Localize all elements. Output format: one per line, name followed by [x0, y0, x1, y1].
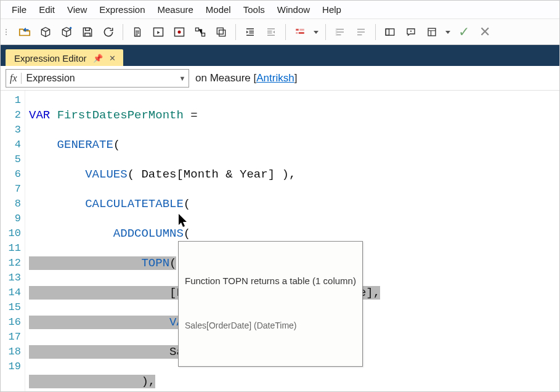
menu-measure[interactable]: Measure	[151, 2, 199, 17]
svg-rect-10	[299, 32, 304, 34]
cancel-icon[interactable]: ✕	[476, 23, 494, 41]
menu-edit[interactable]: Edit	[33, 2, 61, 17]
code-editor[interactable]: 12345678910111213141516171819 VAR FirstD…	[1, 91, 559, 391]
menu-tools[interactable]: Tools	[237, 2, 271, 17]
script-record-icon[interactable]	[170, 23, 189, 41]
panel-icon[interactable]	[381, 23, 399, 41]
svg-rect-7	[296, 28, 299, 30]
dropdown-arrow-icon[interactable]	[312, 23, 320, 41]
pin-icon[interactable]: 📌	[93, 54, 103, 63]
context-bar: fx Expression ▼ on Measure [Antriksh]	[1, 66, 559, 91]
toolbar-separator	[375, 24, 376, 40]
messages-icon[interactable]	[402, 23, 420, 41]
toolbar-separator	[285, 24, 286, 40]
cube-icon[interactable]	[36, 23, 55, 41]
toolbar: ✓ ✕	[1, 19, 559, 45]
menu-help[interactable]: Help	[316, 2, 347, 17]
svg-rect-15	[428, 28, 436, 36]
svg-rect-8	[299, 28, 304, 30]
toolbar-gripper[interactable]	[4, 29, 12, 35]
toolbar-separator	[325, 24, 326, 40]
menu-window[interactable]: Window	[271, 2, 316, 17]
accept-icon[interactable]: ✓	[455, 23, 473, 41]
svg-rect-5	[217, 28, 223, 34]
code-area[interactable]: VAR FirstDatesPerMonth = GENERATE( VALUE…	[25, 91, 559, 391]
save-icon[interactable]	[78, 23, 97, 41]
tooltip-line2: Sales[OrderDate] (DateTime)	[185, 318, 356, 333]
outdent-icon[interactable]	[262, 23, 280, 41]
svg-point-14	[410, 30, 412, 31]
mouse-cursor	[177, 213, 190, 229]
fx-icon: fx	[6, 73, 22, 84]
properties-icon[interactable]	[423, 23, 441, 41]
expression-type-combo[interactable]: fx Expression ▼	[6, 69, 189, 88]
svg-rect-6	[219, 30, 225, 36]
svg-point-2	[178, 30, 181, 33]
line-gutter: 12345678910111213141516171819	[1, 91, 25, 391]
document-icon[interactable]	[128, 23, 147, 41]
comment-icon[interactable]	[331, 23, 349, 41]
toolbar-separator	[123, 24, 123, 40]
format-icon[interactable]	[291, 23, 309, 41]
close-icon[interactable]: ✕	[109, 54, 116, 63]
intellisense-tooltip: Function TOPN returns a table (1 column)…	[178, 241, 363, 367]
layers-icon[interactable]	[212, 23, 230, 41]
chevron-down-icon[interactable]: ▼	[176, 75, 189, 82]
dependency-icon[interactable]	[191, 23, 209, 41]
uncomment-icon[interactable]	[352, 23, 370, 41]
tab-title: Expression Editor	[14, 53, 87, 63]
tab-bar: Expression Editor 📌 ✕	[1, 45, 559, 66]
svg-rect-4	[202, 33, 205, 36]
menu-expression[interactable]: Expression	[93, 2, 151, 17]
svg-rect-13	[386, 28, 389, 35]
deploy-icon[interactable]	[57, 23, 76, 41]
context-label: on Measure [Antriksh]	[195, 72, 297, 84]
svg-rect-3	[196, 28, 199, 31]
refresh-icon[interactable]	[99, 23, 118, 41]
open-folder-icon[interactable]	[15, 23, 34, 41]
menu-model[interactable]: Model	[200, 2, 237, 17]
indent-icon[interactable]	[241, 23, 259, 41]
expression-type-value: Expression	[22, 73, 176, 84]
menu-file[interactable]: File	[6, 2, 33, 17]
toolbar-separator	[235, 24, 236, 40]
svg-rect-11	[336, 28, 338, 36]
tab-expression-editor[interactable]: Expression Editor 📌 ✕	[6, 49, 123, 66]
script-run-icon[interactable]	[149, 23, 168, 41]
svg-rect-9	[296, 32, 298, 34]
svg-rect-12	[386, 28, 394, 35]
menu-bar: File Edit View Expression Measure Model …	[1, 1, 559, 19]
measure-link[interactable]: Antriksh	[256, 72, 294, 84]
dropdown-arrow-icon[interactable]	[444, 23, 452, 41]
tooltip-line1: Function TOPN returns a table (1 column)	[185, 274, 356, 288]
menu-view[interactable]: View	[61, 2, 93, 17]
